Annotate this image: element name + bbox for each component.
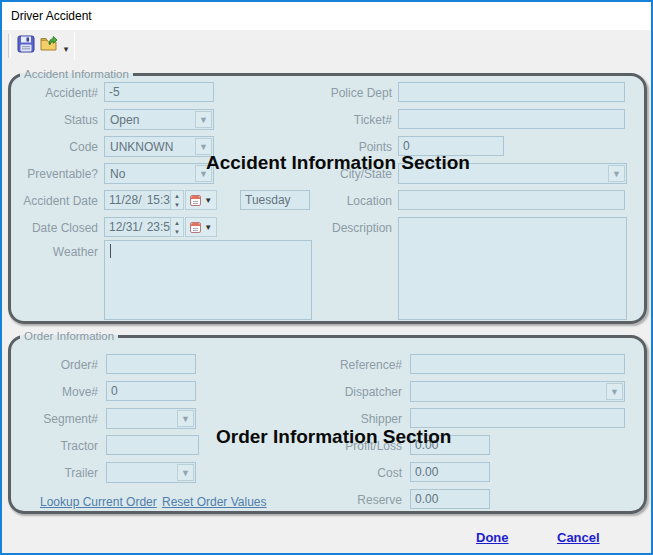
open-save-options-button[interactable] (38, 34, 60, 58)
reserve-input[interactable] (410, 489, 490, 509)
code-value: UNKNOWN (110, 140, 173, 154)
accident-date-input[interactable]: 11/28/15:3 (104, 190, 171, 210)
cost-label: Cost (312, 466, 402, 480)
chevron-down-icon: ▼ (204, 223, 212, 232)
segment-number-select[interactable]: ▼ (106, 408, 196, 429)
chevron-down-icon: ▼ (608, 165, 625, 182)
chevron-down-icon: ▼ (177, 410, 194, 427)
toolbar: ▾ (2, 30, 651, 64)
location-input[interactable] (398, 190, 625, 210)
toolbar-separator (74, 32, 75, 60)
police-dept-input[interactable] (398, 82, 625, 102)
weather-label: Weather (8, 245, 98, 259)
status-value: Open (110, 113, 139, 127)
status-label: Status (8, 113, 98, 127)
title-bar: Driver Accident (2, 2, 651, 30)
reference-number-input[interactable] (410, 354, 625, 374)
accident-section-overlay-heading: Accident Information Section (206, 152, 470, 174)
accident-date-calendar-button[interactable]: ▼ (185, 190, 217, 210)
trailer-label: Trailer (8, 466, 98, 480)
accident-group-legend: Accident Information (20, 68, 133, 80)
chevron-down-icon: ▼ (195, 111, 212, 128)
ticket-number-label: Ticket# (302, 113, 392, 127)
accident-date-label: Accident Date (8, 194, 98, 208)
preventable-select[interactable]: No ▼ (104, 163, 214, 184)
lookup-current-order-link[interactable]: Lookup Current Order (40, 495, 157, 509)
date-closed-value: 12/31/ (109, 220, 142, 234)
order-group-legend: Order Information (20, 330, 118, 342)
status-select[interactable]: Open ▼ (104, 109, 214, 130)
reset-order-values-link[interactable]: Reset Order Values (162, 495, 267, 509)
description-label: Description (302, 221, 392, 235)
reserve-label: Reserve (312, 493, 402, 507)
cancel-link[interactable]: Cancel (557, 530, 600, 545)
calendar-icon (190, 222, 201, 233)
shipper-input[interactable] (410, 408, 625, 428)
accident-weekday-display: Tuesday (240, 190, 310, 210)
save-icon (17, 35, 35, 57)
accident-time-value: 15:3 (147, 193, 170, 207)
order-section-overlay-heading: Order Information Section (216, 426, 451, 448)
accident-date-value: 11/28/ (109, 193, 141, 207)
open-folder-icon (40, 35, 58, 57)
save-button[interactable] (15, 34, 37, 58)
description-textarea[interactable] (398, 217, 627, 320)
ticket-number-input[interactable] (398, 109, 625, 129)
cost-input[interactable] (410, 462, 490, 482)
weather-textarea[interactable] (104, 240, 312, 320)
preventable-label: Preventable? (8, 167, 98, 181)
toolbar-dropdown-caret[interactable]: ▾ (60, 40, 72, 54)
weekday-value: Tuesday (245, 193, 291, 207)
date-closed-spinner[interactable]: ▲▼ (170, 217, 184, 237)
window-title: Driver Accident (11, 9, 92, 23)
order-number-label: Order# (8, 358, 98, 372)
date-closed-time-value: 23:5 (147, 220, 170, 234)
segment-number-label: Segment# (8, 412, 98, 426)
chevron-down-icon: ▼ (204, 196, 212, 205)
accident-number-input[interactable] (104, 82, 214, 102)
chevron-down-icon: ▼ (606, 383, 623, 400)
dispatcher-select[interactable]: ▼ (410, 381, 625, 402)
code-label: Code (8, 140, 98, 154)
shipper-label: Shipper (312, 412, 402, 426)
calendar-icon (190, 195, 201, 206)
police-dept-label: Police Dept (302, 86, 392, 100)
date-closed-input[interactable]: 12/31/23:5 (104, 217, 171, 237)
redacted-year (143, 194, 144, 207)
move-number-input[interactable] (106, 381, 196, 401)
text-cursor (110, 244, 111, 258)
code-select[interactable]: UNKNOWN ▼ (104, 136, 214, 157)
accident-number-label: Accident# (8, 86, 98, 100)
order-number-input[interactable] (106, 354, 196, 374)
tractor-input[interactable] (106, 435, 199, 455)
trailer-select[interactable]: ▼ (106, 462, 196, 483)
preventable-value: No (110, 167, 125, 181)
move-number-label: Move# (8, 385, 98, 399)
date-closed-calendar-button[interactable]: ▼ (185, 217, 217, 237)
done-link[interactable]: Done (476, 530, 509, 545)
driver-accident-window: Driver Accident ▾ Accident Information A… (0, 0, 653, 555)
accident-date-spinner[interactable]: ▲▼ (170, 190, 184, 210)
tractor-label: Tractor (8, 439, 98, 453)
dispatcher-label: Dispatcher (312, 385, 402, 399)
location-label: Location (302, 194, 392, 208)
toolbar-gripper[interactable] (8, 34, 11, 58)
date-closed-label: Date Closed (8, 221, 98, 235)
reference-number-label: Reference# (312, 358, 402, 372)
chevron-down-icon: ▼ (177, 464, 194, 481)
